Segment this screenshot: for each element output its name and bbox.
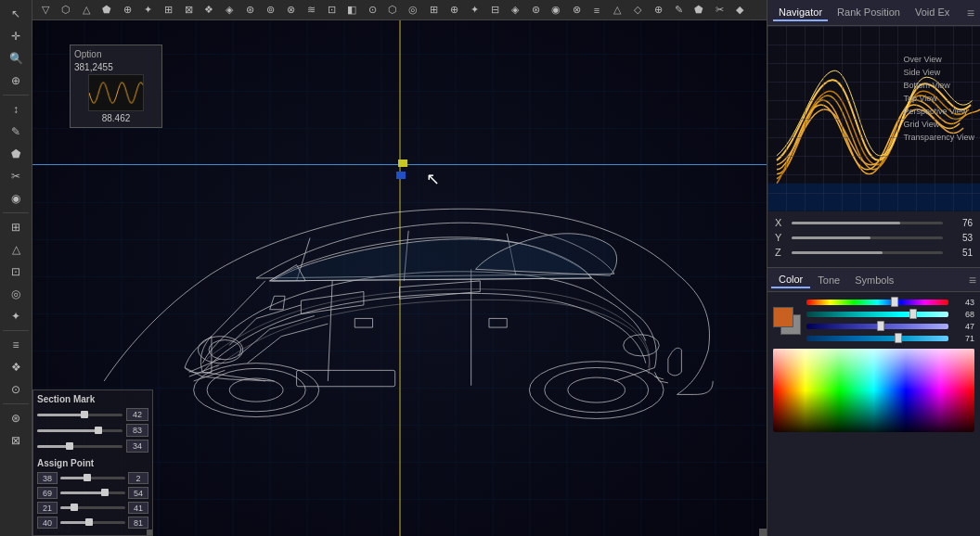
section-slider-thumb-2[interactable]: [95, 427, 102, 434]
color-thumb-3[interactable]: [877, 321, 884, 331]
color-thumb-4[interactable]: [895, 333, 902, 343]
color-thumb-2[interactable]: [909, 309, 917, 319]
toolbar-top-3[interactable]: △: [77, 2, 96, 19]
toolbar-top-17[interactable]: ⊙: [363, 2, 381, 19]
toolbar-star-icon[interactable]: ✦: [4, 306, 28, 326]
toolbar-add-icon[interactable]: ⊕: [4, 70, 28, 91]
color-track-1[interactable]: [806, 300, 948, 305]
view-top[interactable]: Top View: [901, 93, 976, 104]
toolbar-top-10[interactable]: ◈: [220, 2, 239, 19]
toolbar-top-15[interactable]: ⊡: [322, 2, 341, 19]
toolbar-top-12[interactable]: ⊚: [261, 2, 279, 19]
assign-slider-thumb-1[interactable]: [84, 474, 91, 481]
toolbar-resize-icon[interactable]: ↕: [4, 99, 28, 120]
assign-slider-track-2[interactable]: [60, 491, 125, 494]
control-point-yellow[interactable]: [398, 160, 407, 167]
assign-slider-track-3[interactable]: [60, 506, 125, 509]
color-track-2[interactable]: [806, 312, 948, 317]
toolbar-select-icon[interactable]: ↖: [4, 4, 28, 24]
toolbar-top-4[interactable]: ⬟: [97, 2, 116, 19]
section-slider-track-1[interactable]: [37, 414, 122, 416]
toolbar-node-icon[interactable]: ◉: [4, 188, 28, 209]
toolbar-zoom-icon[interactable]: 🔍: [4, 48, 28, 69]
assign-slider-track-1[interactable]: [60, 477, 125, 479]
toolbar-top-20[interactable]: ⊞: [424, 2, 443, 19]
toolbar-top-5[interactable]: ⊕: [118, 2, 136, 19]
toolbar-top-18[interactable]: ⬡: [383, 2, 402, 19]
xyz-track-x[interactable]: [792, 222, 943, 224]
toolbar-top-33[interactable]: ⬟: [690, 2, 708, 19]
xyz-track-z[interactable]: [792, 251, 943, 254]
tab-tone[interactable]: Tone: [810, 273, 847, 287]
color-tab-expand-icon[interactable]: ≡: [969, 273, 976, 287]
assign-slider-thumb-2[interactable]: [101, 489, 109, 496]
tab-rank-position[interactable]: Rank Position: [832, 5, 906, 21]
toolbar-top-6[interactable]: ✦: [138, 2, 157, 19]
toolbar-mirror-icon[interactable]: ⊠: [4, 430, 28, 451]
toolbar-top-23[interactable]: ⊟: [485, 2, 504, 19]
assign-slider-track-4[interactable]: [60, 521, 125, 524]
view-over[interactable]: Over View: [901, 54, 976, 65]
toolbar-top-30[interactable]: ◇: [628, 2, 647, 19]
toolbar-top-16[interactable]: ◧: [342, 2, 361, 19]
toolbar-top-1[interactable]: ▽: [36, 2, 55, 19]
tab-color[interactable]: Color: [771, 272, 810, 288]
nav-expand-icon[interactable]: ≡: [967, 6, 974, 20]
color-picker[interactable]: [773, 349, 974, 432]
toolbar-top-24[interactable]: ◈: [506, 2, 524, 19]
toolbar-top-34[interactable]: ✂: [710, 2, 729, 19]
navigator-viewport[interactable]: Over View Side View Bottom View Top View…: [767, 26, 980, 211]
xyz-track-y[interactable]: [792, 236, 943, 239]
view-grid[interactable]: Grid View: [901, 119, 976, 130]
toolbar-shape-icon[interactable]: ⬟: [4, 144, 28, 164]
toolbar-top-21[interactable]: ⊕: [445, 2, 463, 19]
toolbar-top-31[interactable]: ⊕: [649, 2, 667, 19]
section-slider-track-2[interactable]: [37, 429, 122, 432]
toolbar-top-13[interactable]: ⊗: [281, 2, 300, 19]
toolbar-top-26[interactable]: ◉: [547, 2, 565, 19]
toolbar-top-22[interactable]: ✦: [465, 2, 484, 19]
control-point-blue[interactable]: [396, 172, 406, 179]
view-perspective[interactable]: Perspective View: [901, 106, 976, 117]
toolbar-top-7[interactable]: ⊞: [159, 2, 177, 19]
toolbar-top-19[interactable]: ◎: [404, 2, 422, 19]
tab-navigator[interactable]: Navigator: [773, 5, 828, 21]
toolbar-top-14[interactable]: ≋: [302, 2, 320, 19]
toolbar-top-35[interactable]: ◆: [730, 2, 749, 19]
view-side[interactable]: Side View: [901, 67, 976, 78]
toolbar-top-9[interactable]: ❖: [200, 2, 218, 19]
toolbar-top-29[interactable]: △: [608, 2, 626, 19]
toolbar-cut-icon[interactable]: ✂: [4, 166, 28, 186]
section-slider-track-3[interactable]: [37, 445, 122, 448]
tab-symbols[interactable]: Symbols: [847, 273, 901, 287]
toolbar-top-25[interactable]: ⊛: [526, 2, 545, 19]
assign-slider-thumb-3[interactable]: [71, 504, 78, 511]
toolbar-top-11[interactable]: ⊛: [240, 2, 259, 19]
assign-slider-thumb-4[interactable]: [85, 518, 93, 526]
view-transparency[interactable]: Transparency View: [901, 132, 976, 143]
toolbar-move-icon[interactable]: ✛: [4, 26, 28, 46]
toolbar-top-2[interactable]: ⬡: [57, 2, 75, 19]
toolbar-circle-icon[interactable]: ◎: [4, 284, 28, 304]
view-bottom[interactable]: Bottom View: [901, 80, 976, 91]
toolbar-top-32[interactable]: ✎: [669, 2, 688, 19]
resize-handle[interactable]: [147, 530, 152, 535]
toolbar-box-icon[interactable]: ⊡: [4, 262, 28, 282]
toolbar-top-28[interactable]: ≡: [587, 2, 606, 19]
section-slider-thumb-3[interactable]: [66, 442, 73, 450]
toolbar-pen-icon[interactable]: ✎: [4, 121, 28, 142]
toolbar-top-8[interactable]: ⊠: [179, 2, 198, 19]
color-thumb-1[interactable]: [891, 297, 898, 307]
toolbar-top-27[interactable]: ⊗: [567, 2, 586, 19]
color-track-3[interactable]: [806, 324, 948, 329]
toolbar-triangle-icon[interactable]: △: [4, 239, 28, 260]
color-track-4[interactable]: [806, 336, 948, 341]
toolbar-magic-icon[interactable]: ❖: [4, 357, 28, 377]
toolbar-transform-icon[interactable]: ⊛: [4, 408, 28, 428]
tab-void-ex[interactable]: Void Ex: [909, 5, 955, 21]
section-slider-thumb-1[interactable]: [81, 411, 88, 418]
toolbar-paint-icon[interactable]: ⊙: [4, 379, 28, 400]
toolbar-layers-icon[interactable]: ≡: [4, 335, 28, 355]
swatch-front[interactable]: [773, 307, 793, 327]
toolbar-grid-icon[interactable]: ⊞: [4, 217, 28, 237]
